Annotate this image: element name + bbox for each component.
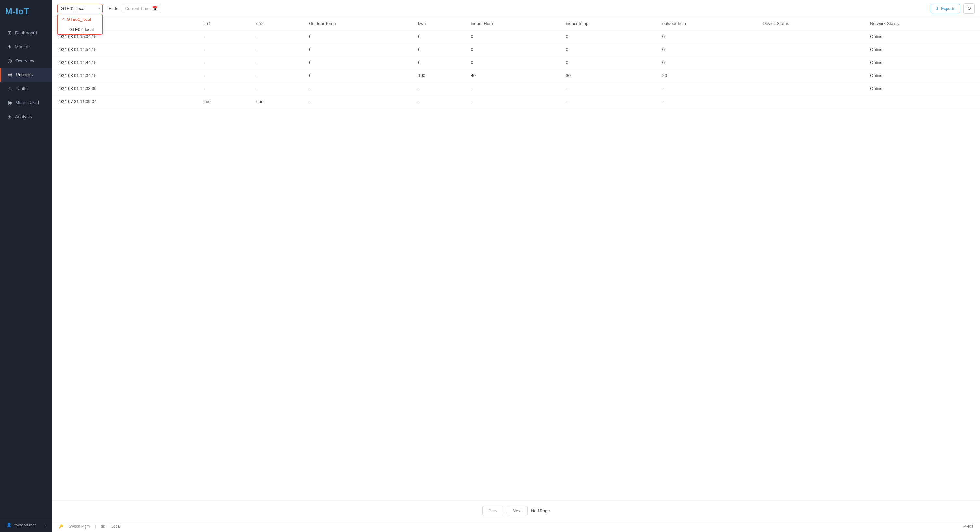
cell-kwh: - [413, 95, 466, 108]
cell-err1: - [198, 30, 251, 43]
col-indoor-hum: indoor Hum [466, 17, 560, 30]
sidebar-item-label: Records [16, 72, 32, 77]
cell-err1: true [198, 95, 251, 108]
dropdown-item-gte01[interactable]: ✓ GTE01_local [57, 14, 102, 24]
cell-kwh: - [413, 82, 466, 95]
cell-err2: - [251, 82, 304, 95]
separator: | [95, 524, 96, 529]
cell-err1: - [198, 69, 251, 82]
device-select[interactable]: GTE01_local GTE02_local [57, 4, 103, 13]
overview-icon: ◎ [8, 57, 12, 64]
cell-device_status [757, 69, 865, 82]
switch-mgm-label: Switch Mgm [68, 524, 90, 529]
cell-indoor_temp: 0 [560, 56, 657, 69]
dropdown-item-gte02[interactable]: GTE02_local [57, 24, 102, 35]
cell-device_status [757, 95, 865, 108]
cell-network_status: Online [865, 30, 980, 43]
cell-indoor_hum: 40 [466, 69, 560, 82]
sidebar-item-label: Meter Read [15, 100, 39, 105]
brand-bottom: M-IoT [963, 524, 974, 529]
ends-input-wrapper[interactable]: Current Time 📅 [122, 4, 161, 13]
cell-err2: - [251, 30, 304, 43]
sidebar-item-analysis[interactable]: ⊞ Analysis [0, 110, 52, 124]
cell-outdoor_temp: - [304, 95, 413, 108]
export-label: Exports [941, 6, 955, 11]
check-icon: ✓ [62, 17, 65, 21]
building-icon: 🏛 [101, 524, 105, 529]
sidebar-item-monitor[interactable]: ◈ Monitor [0, 40, 52, 54]
calendar-icon: 📅 [152, 6, 158, 11]
cell-kwh: 0 [413, 30, 466, 43]
sidebar-footer[interactable]: 👤 factoryUser › [0, 518, 52, 532]
sidebar-item-faults[interactable]: ⚠ Faults [0, 81, 52, 96]
table-row: 2024-08-01 14:34:15--0100403020Online [52, 69, 980, 82]
faults-icon: ⚠ [8, 86, 12, 92]
device-select-wrapper: GTE01_local GTE02_local ▾ ✓ GTE01_local … [57, 4, 103, 13]
export-button[interactable]: ⬇ Exports [931, 4, 960, 13]
sidebar-item-dashboard[interactable]: ⊞ Dashboard [0, 26, 52, 40]
sidebar-item-label: Faults [15, 86, 28, 91]
cell-indoor_temp: 0 [560, 30, 657, 43]
cell-indoor_hum: 0 [466, 30, 560, 43]
username-label: factoryUser [14, 522, 36, 527]
prev-button[interactable]: Prev [482, 506, 503, 515]
cell-kwh: 0 [413, 56, 466, 69]
table-row: 2024-07-31 11:09:04truetrue----- [52, 95, 980, 108]
refresh-icon: ↻ [967, 6, 971, 11]
cell-err2: - [251, 69, 304, 82]
key-icon: 🔑 [59, 524, 64, 529]
refresh-button[interactable]: ↻ [963, 3, 975, 14]
device-dropdown-menu: ✓ GTE01_local GTE02_local [57, 14, 103, 35]
col-network-status: Network Status [865, 17, 980, 30]
col-err1: err1 [198, 17, 251, 30]
cell-outdoor_hum: 0 [657, 56, 757, 69]
meter-read-icon: ◉ [8, 99, 12, 106]
cell-outdoor_hum: - [657, 82, 757, 95]
cell-outdoor_hum: - [657, 95, 757, 108]
col-device-status: Device Status [757, 17, 865, 30]
pagination: Prev Next No.1Page [52, 500, 980, 521]
cell-time: 2024-08-01 14:44:15 [52, 56, 198, 69]
cell-outdoor_temp: 0 [304, 43, 413, 56]
cell-device_status [757, 30, 865, 43]
cell-indoor_hum: - [466, 95, 560, 108]
data-table: err1 err2 Outdoor Temp kwh indoor Hum in… [52, 17, 980, 108]
main-content: GTE01_local GTE02_local ▾ ✓ GTE01_local … [52, 0, 980, 532]
user-icon: 👤 [6, 522, 12, 527]
table-row: 2024-08-01 14:44:15--00000Online [52, 56, 980, 69]
table-row: 2024-08-01 15:04:15--00000Online [52, 30, 980, 43]
col-indoor-temp: indoor temp [560, 17, 657, 30]
cell-device_status [757, 56, 865, 69]
cell-outdoor_temp: 0 [304, 30, 413, 43]
sidebar-item-overview[interactable]: ◎ Overview [0, 54, 52, 68]
dropdown-option-label: GTE02_local [69, 27, 94, 32]
sidebar-item-records[interactable]: ▤ Records [0, 68, 52, 81]
sidebar-item-label: Analysis [15, 114, 32, 119]
cell-time: 2024-08-01 14:34:15 [52, 69, 198, 82]
sidebar-item-label: Monitor [14, 44, 30, 49]
cell-network_status: Online [865, 69, 980, 82]
cell-time: 2024-07-31 11:09:04 [52, 95, 198, 108]
cell-outdoor_temp: - [304, 82, 413, 95]
cell-outdoor_hum: 0 [657, 30, 757, 43]
cell-indoor_hum: 0 [466, 43, 560, 56]
cell-time: 2024-08-01 14:54:15 [52, 43, 198, 56]
table-row: 2024-08-01 14:33:39-------Online [52, 82, 980, 95]
cell-err2: true [251, 95, 304, 108]
topbar-right: ⬇ Exports ↻ [931, 3, 975, 14]
ends-label: Ends [108, 6, 118, 11]
cell-outdoor_temp: 0 [304, 56, 413, 69]
sidebar: M-IoT ⊞ Dashboard ◈ Monitor ◎ Overview ▤… [0, 0, 52, 532]
next-button[interactable]: Next [507, 506, 528, 515]
analysis-icon: ⊞ [8, 113, 12, 119]
cell-err1: - [198, 43, 251, 56]
topbar: GTE01_local GTE02_local ▾ ✓ GTE01_local … [52, 0, 980, 17]
sidebar-item-meter-read[interactable]: ◉ Meter Read [0, 96, 52, 110]
cell-outdoor_hum: 20 [657, 69, 757, 82]
cell-indoor_hum: - [466, 82, 560, 95]
sidebar-item-label: Dashboard [15, 30, 37, 35]
page-info: No.1Page [531, 508, 550, 513]
table-body: 2024-08-01 15:04:15--00000Online2024-08-… [52, 30, 980, 108]
table-row: 2024-08-01 14:54:15--00000Online [52, 43, 980, 56]
cell-indoor_temp: - [560, 82, 657, 95]
